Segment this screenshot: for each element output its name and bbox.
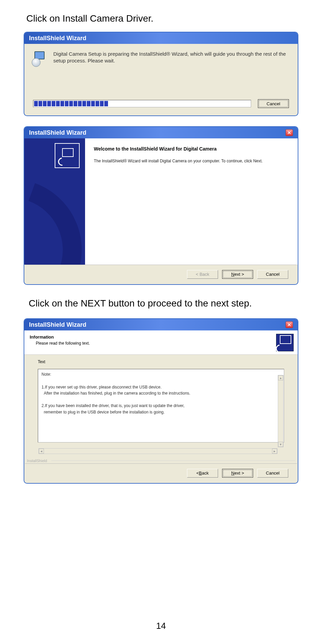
scroll-right-icon[interactable]: ►	[272, 449, 277, 454]
text-label: Text	[38, 359, 284, 364]
dialog-information: InstallShield Wizard ✕ Information Pleas…	[24, 318, 298, 484]
info-subheading: Please read the following text.	[36, 341, 292, 346]
next-button[interactable]: Next >	[222, 469, 253, 478]
page-number: 14	[0, 621, 322, 631]
window-title: InstallShield Wizard	[29, 129, 86, 136]
footer-brand: InstallShield	[27, 459, 47, 463]
window-title: InstallShield Wizard	[29, 321, 86, 328]
next-button[interactable]: Next >	[222, 270, 253, 279]
info-textbox[interactable]: Note: 1.If you never set up this driver,…	[38, 369, 284, 442]
instruction-text-1: Click on Install Camera Driver.	[26, 12, 298, 25]
titlebar: InstallShield Wizard ✕	[24, 319, 298, 330]
close-icon[interactable]: ✕	[286, 129, 293, 136]
scroll-down-icon[interactable]: ▼	[278, 442, 283, 447]
preparing-message: Digital Camera Setup is preparing the In…	[53, 51, 290, 68]
dialog-welcome: InstallShield Wizard ✕ Welcome to the In…	[24, 126, 298, 285]
close-icon[interactable]: ✕	[286, 321, 293, 328]
cancel-button[interactable]: Cancel	[257, 469, 288, 478]
computer-icon	[276, 334, 294, 351]
welcome-heading: Welcome to the InstallShield Wizard for …	[94, 146, 289, 152]
scroll-left-icon[interactable]: ◄	[39, 449, 44, 454]
cancel-button[interactable]: Cancel	[258, 99, 289, 108]
divider	[51, 460, 295, 461]
scrollbar-horizontal[interactable]: ◄ ►	[38, 448, 277, 454]
wizard-side-panel	[24, 138, 85, 265]
info-heading: Information	[30, 334, 292, 340]
window-title: InstallShield Wizard	[29, 35, 86, 42]
scrollbar-vertical[interactable]: ▲ ▼	[278, 375, 284, 447]
titlebar: InstallShield Wizard ✕	[24, 127, 298, 138]
scroll-up-icon[interactable]: ▲	[278, 375, 283, 380]
back-button[interactable]: < Back	[187, 469, 218, 478]
setup-icon	[32, 51, 49, 68]
progress-bar	[33, 100, 251, 107]
back-button: < Back	[187, 270, 218, 279]
computer-icon	[55, 143, 80, 168]
instruction-text-2: Click on the NEXT button to proceed to t…	[29, 297, 298, 310]
titlebar: InstallShield Wizard	[24, 32, 298, 44]
cancel-button[interactable]: Cancel	[257, 270, 288, 279]
dialog-preparing: InstallShield Wizard Digital Camera Setu…	[24, 32, 298, 116]
welcome-body: The InstallShield® Wizard will install D…	[94, 158, 289, 164]
